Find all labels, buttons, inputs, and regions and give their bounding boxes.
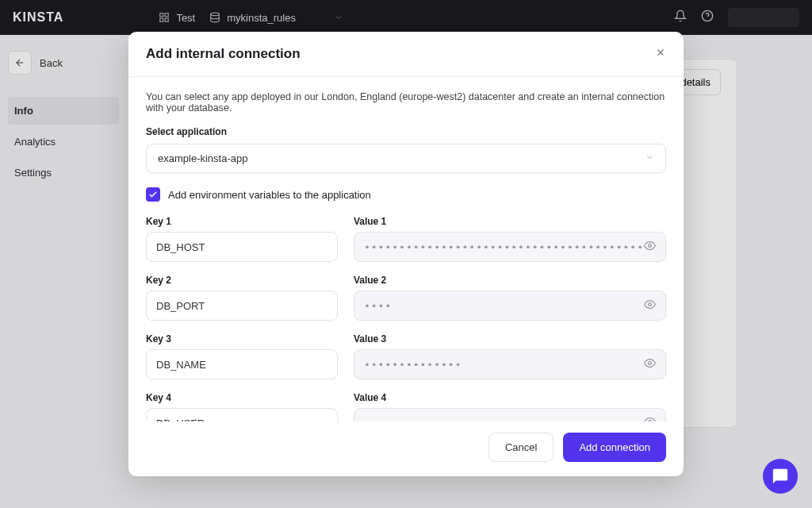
close-button[interactable]: [655, 47, 666, 61]
key-input-2[interactable]: DB_PORT: [146, 291, 338, 321]
modal-overlay: Add internal connection You can select a…: [0, 0, 812, 508]
modal-title: Add internal connection: [146, 46, 301, 62]
key-label: Key 2: [146, 275, 338, 286]
key-input-4[interactable]: DB_USER: [146, 408, 338, 421]
key-label: Key 4: [146, 392, 338, 403]
eye-icon: [644, 240, 656, 252]
value-label: Value 3: [354, 333, 666, 344]
masked-value: ••••: [364, 300, 392, 312]
env-vars-checkbox[interactable]: [146, 187, 160, 202]
value-input-1[interactable]: ••••••••••••••••••••••••••••••••••••••••: [354, 232, 666, 262]
key-input-3[interactable]: DB_NAME: [146, 349, 338, 379]
key-label: Key 1: [146, 216, 338, 227]
svg-point-10: [649, 244, 652, 248]
modal-description: You can select any app deployed in our L…: [146, 91, 666, 114]
key-label: Key 3: [146, 333, 338, 344]
value-input-4[interactable]: ••••••••••••••: [354, 408, 666, 421]
key-input-1[interactable]: DB_HOST: [146, 232, 338, 262]
chevron-down-icon: [645, 152, 654, 164]
close-icon: [655, 47, 666, 58]
svg-point-12: [649, 362, 652, 365]
reveal-button[interactable]: [644, 298, 656, 313]
eye-icon: [644, 416, 656, 421]
eye-icon: [644, 357, 656, 369]
eye-icon: [644, 298, 656, 310]
application-select[interactable]: example-kinsta-app: [146, 144, 666, 173]
chat-launcher[interactable]: [763, 459, 798, 494]
value-label: Value 4: [354, 392, 666, 403]
masked-value: ••••••••••••••: [364, 359, 462, 371]
value-label: Value 2: [354, 275, 666, 286]
masked-value: ••••••••••••••••••••••••••••••••••••••••: [364, 241, 644, 253]
select-value: example-kinsta-app: [158, 152, 247, 164]
check-icon: [148, 190, 158, 199]
cancel-button[interactable]: Cancel: [488, 433, 553, 462]
select-application-label: Select application: [146, 126, 666, 137]
svg-point-11: [649, 303, 652, 306]
env-vars-label: Add environment variables to the applica…: [168, 189, 371, 201]
add-connection-button[interactable]: Add connection: [563, 433, 666, 462]
reveal-button[interactable]: [644, 416, 656, 421]
chat-icon: [772, 468, 789, 485]
value-label: Value 1: [354, 216, 666, 227]
reveal-button[interactable]: [644, 240, 656, 254]
add-connection-modal: Add internal connection You can select a…: [128, 32, 684, 476]
value-input-2[interactable]: ••••: [354, 291, 666, 321]
value-input-3[interactable]: ••••••••••••••: [354, 349, 666, 379]
reveal-button[interactable]: [644, 357, 656, 371]
